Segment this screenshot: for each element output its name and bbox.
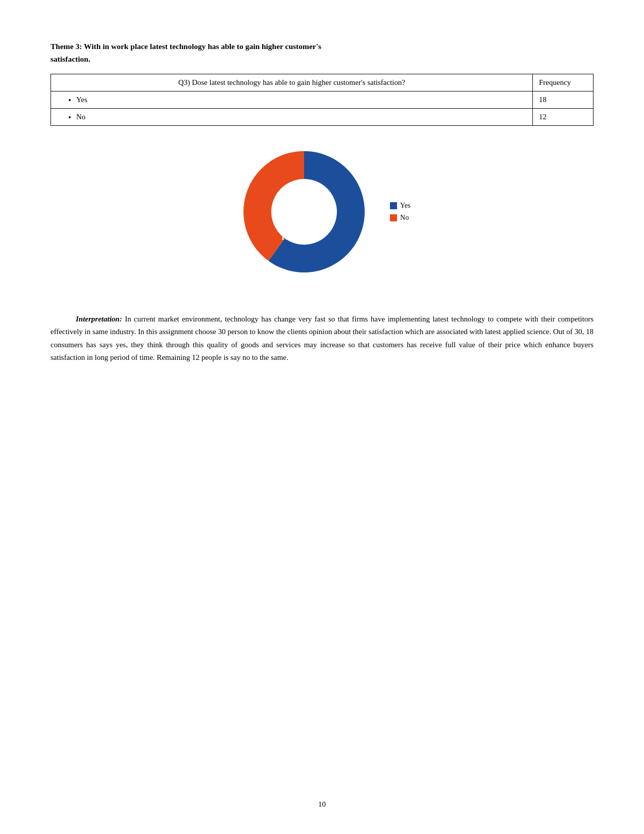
heading-line2: satisfaction. <box>51 55 90 63</box>
no-chart-label: 12 <box>319 212 327 221</box>
yes-chart-label: 18 <box>281 233 289 241</box>
chart-legend: Yes No <box>390 202 410 222</box>
table-row: Yes 18 <box>51 91 593 108</box>
table-row: No 12 <box>51 108 593 125</box>
yes-legend-item: Yes <box>390 202 410 210</box>
yes-legend-label: Yes <box>400 202 410 210</box>
interpretation-label: Interpretation: <box>76 315 122 323</box>
yes-frequency: 18 <box>533 91 593 108</box>
interpretation-section: Interpretation: In current market enviro… <box>51 313 593 364</box>
chart-container: 12 18 Yes No <box>51 141 593 283</box>
interpretation-text: In current market environment, technolog… <box>51 315 593 362</box>
interpretation-paragraph: Interpretation: In current market enviro… <box>51 313 593 364</box>
data-table: Q3) Dose latest technology has able to g… <box>51 74 593 126</box>
no-option: No <box>76 113 526 121</box>
no-legend-label: No <box>400 214 409 222</box>
no-frequency: 12 <box>533 108 593 125</box>
heading-line1: Theme 3: With in work place latest techn… <box>51 42 321 51</box>
yes-legend-box <box>390 202 397 209</box>
page: Theme 3: With in work place latest techn… <box>0 0 644 834</box>
question-header: Q3) Dose latest technology has able to g… <box>51 74 533 91</box>
donut-chart: 12 18 <box>233 141 375 283</box>
no-legend-item: No <box>390 214 410 222</box>
theme-heading: Theme 3: With in work place latest techn… <box>51 40 593 66</box>
no-label-cell: No <box>51 108 533 125</box>
no-legend-box <box>390 214 397 221</box>
frequency-header: Frequency <box>533 74 593 91</box>
chart-area: 12 18 Yes No <box>233 141 410 283</box>
page-number: 10 <box>0 800 644 809</box>
yes-label-cell: Yes <box>51 91 533 108</box>
yes-option: Yes <box>76 96 526 104</box>
